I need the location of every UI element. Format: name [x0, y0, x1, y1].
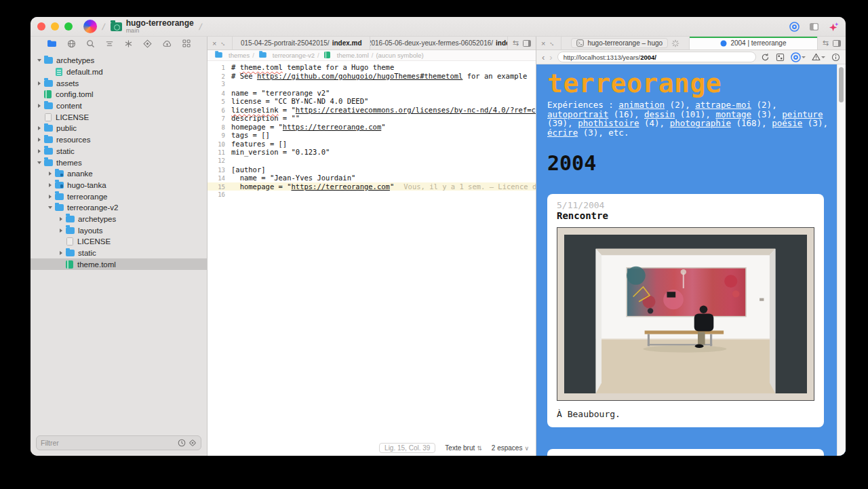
tree-folder-layouts[interactable]: layouts — [31, 224, 207, 236]
folder-icon — [44, 125, 53, 132]
editor-tab-1[interactable]: 015-04-25-portrait-25042015/index.md — [232, 37, 370, 50]
expand-icon[interactable]: ↔ — [219, 38, 229, 48]
chevron-right-icon[interactable] — [47, 183, 54, 187]
browser-action-reload-icon[interactable] — [761, 53, 770, 62]
tree-folder-static[interactable]: static — [31, 248, 207, 259]
sparkle-icon[interactable] — [829, 22, 839, 32]
category-link-écrire[interactable]: écrire — [547, 128, 578, 138]
files-icon[interactable] — [47, 39, 57, 47]
tree-file-config.toml[interactable]: config.toml — [31, 89, 207, 100]
browser-action-info-icon[interactable] — [831, 53, 840, 62]
tree-folder-ananke[interactable]: ananke — [31, 168, 207, 180]
chevron-down-icon[interactable] — [47, 206, 54, 209]
syntax-mode-select[interactable]: Texte brut⇅ — [445, 444, 481, 452]
chevron-right-icon[interactable] — [47, 195, 54, 199]
window-titlebar[interactable]: / hugo-terreorange main / — [31, 17, 846, 37]
editor-tab-2[interactable]: 2016-05-06-deux-yeux-fermes-06052016/ind… — [370, 37, 507, 50]
spinner-icon — [671, 39, 679, 47]
grid-icon[interactable] — [182, 39, 191, 47]
post-title[interactable]: Rencontre — [557, 210, 814, 222]
scrollbar-track[interactable] — [837, 64, 846, 456]
tree-folder-static[interactable]: static — [31, 146, 207, 157]
asterisk-icon[interactable] — [124, 39, 133, 48]
filter-bar[interactable]: Filtrer — [36, 435, 201, 450]
tree-folder-public[interactable]: public — [31, 123, 207, 134]
cloud-icon[interactable] — [162, 40, 172, 47]
folder-icon — [44, 80, 53, 87]
scrollbar-thumb[interactable] — [839, 67, 844, 102]
close-button[interactable] — [37, 22, 45, 31]
tree-folder-resources[interactable]: resources — [31, 134, 207, 146]
indent-select[interactable]: 2 espaces∨ — [492, 444, 529, 452]
browser-action-tabs-overview-icon[interactable] — [776, 53, 785, 62]
tree-folder-content[interactable]: content — [31, 100, 207, 112]
expand-icon[interactable]: ↔ — [548, 38, 558, 48]
search-icon[interactable] — [86, 39, 95, 48]
tree-folder-archetypes[interactable]: archetypes — [31, 214, 207, 225]
category-link-poésie[interactable]: poésie — [772, 118, 802, 128]
chevron-right-icon[interactable] — [36, 138, 43, 142]
code-text: homepage = "https://terreorange.com" — [231, 182, 394, 191]
chevron-right-icon[interactable] — [36, 149, 43, 153]
split-icon[interactable]: ⇆ — [513, 39, 519, 47]
code-link[interactable]: https://terreorange.com — [283, 123, 381, 131]
symbols-icon[interactable] — [105, 39, 114, 48]
chevron-right-icon[interactable] — [58, 229, 64, 233]
globe-icon[interactable] — [67, 39, 76, 48]
back-button[interactable]: ‹ — [542, 53, 545, 62]
zoom-button[interactable] — [64, 22, 73, 31]
category-link-phothistoire[interactable]: phothistoire — [578, 118, 639, 128]
breadcrumb-item-theme.toml[interactable]: theme.toml — [322, 51, 369, 60]
url-input[interactable]: http://localhost:1313/years/2004/ — [557, 52, 756, 62]
code-link[interactable]: https://github.com/gohugoio/hugoThemes#t… — [257, 72, 462, 80]
editor-statusbar: Lig. 15, Col. 39 Texte brut⇅ 2 espaces∨ — [208, 439, 536, 456]
chevron-right-icon[interactable] — [58, 217, 64, 221]
chevron-down-icon[interactable] — [36, 59, 43, 62]
tree-item-label: archetypes — [56, 56, 94, 64]
panel-icon[interactable] — [809, 22, 819, 31]
clock-icon[interactable] — [178, 439, 186, 447]
chevron-right-icon[interactable] — [36, 126, 43, 130]
panel-toggle-icon[interactable] — [833, 40, 841, 47]
forward-button[interactable]: › — [549, 53, 552, 62]
browser-tab-2[interactable]: 2004 | terreorange — [689, 37, 817, 50]
category-link-photographie[interactable]: photographie — [670, 118, 731, 128]
filter-input[interactable]: Filtrer — [41, 439, 178, 447]
chevron-right-icon[interactable] — [47, 172, 54, 176]
code-editor[interactable]: 1# theme.toml template for a Hugo theme2… — [208, 61, 536, 439]
tree-folder-archetypes[interactable]: archetypes — [31, 55, 207, 66]
panel-toggle-icon[interactable] — [523, 40, 531, 47]
browser-action-preview-eye-icon[interactable] — [791, 52, 806, 62]
diamond-icon[interactable] — [189, 439, 197, 447]
tree-folder-terreorange-v2[interactable]: terreorange-v2 — [31, 202, 207, 214]
tree-file-theme.toml[interactable]: theme.toml — [31, 258, 207, 270]
chevron-right-icon[interactable] — [58, 251, 64, 255]
tree-file-LICENSE[interactable]: LICENSE — [31, 236, 207, 248]
breadcrumb-item-terreorange-v2[interactable]: terreorange-v2 — [257, 52, 315, 60]
chevron-right-icon[interactable] — [36, 81, 43, 85]
browser-action-issues-icon[interactable] — [812, 53, 825, 61]
close-tab-icon[interactable]: × — [541, 39, 545, 47]
tree-folder-themes[interactable]: themes — [31, 157, 207, 168]
tree-folder-terreorange[interactable]: terreorange — [31, 191, 207, 202]
site-title[interactable]: terreorange — [547, 69, 832, 98]
preview-eye-icon[interactable] — [789, 22, 800, 32]
tree-folder-hugo-tanka[interactable]: hugo-tanka — [31, 180, 207, 191]
code-text: features = [] — [231, 140, 287, 149]
tree-file-LICENSE[interactable]: LICENSE — [31, 111, 207, 123]
breadcrumb-item-(aucun symbole)[interactable]: (aucun symbole) — [376, 52, 423, 59]
browser-tab-1[interactable]: hugo-terreorange – hugo — [561, 37, 689, 50]
close-tab-icon[interactable]: × — [212, 39, 216, 47]
split-icon[interactable]: ⇆ — [823, 39, 829, 47]
code-link[interactable]: https://creativecommons.org/licenses/by-… — [296, 106, 536, 114]
chevron-down-icon[interactable] — [36, 161, 43, 164]
code-link[interactable]: https://terreorange.com — [292, 182, 390, 191]
extensions-icon[interactable] — [143, 39, 152, 48]
minimize-button[interactable] — [51, 22, 59, 31]
chevron-right-icon[interactable] — [36, 104, 43, 108]
breadcrumb-item-themes[interactable]: themes — [213, 52, 250, 60]
tree-folder-assets[interactable]: assets — [31, 77, 207, 89]
line-number: 13 — [208, 166, 231, 175]
project-breadcrumb[interactable]: hugo-terreorange main — [126, 19, 194, 34]
tree-file-default.md[interactable]: default.md — [31, 66, 207, 78]
